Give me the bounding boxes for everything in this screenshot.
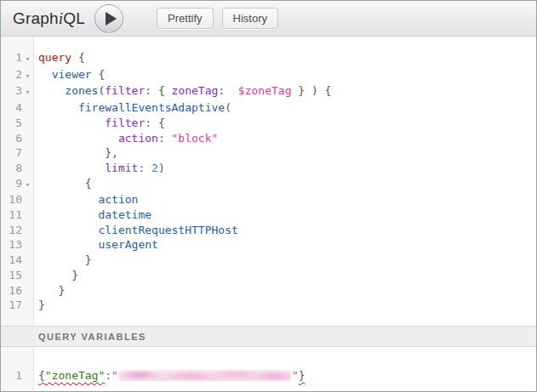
line-number: 6 — [1, 131, 34, 146]
json-open-brace: { — [38, 369, 45, 382]
line-number: 12 — [1, 223, 34, 238]
line-number: 10 — [1, 192, 34, 207]
line-number: 17 — [1, 298, 34, 313]
code-text: { — [34, 176, 92, 193]
code-text: viewer { — [34, 67, 105, 84]
line-number: 16 — [1, 283, 34, 298]
code-text: } — [34, 298, 45, 313]
variables-line-number: 1 — [1, 368, 34, 383]
code-line[interactable]: 4 firewallEventsAdaptive( — [1, 100, 536, 116]
code-line[interactable]: 6 action: "block" — [1, 131, 536, 146]
json-colon: : — [105, 369, 111, 382]
fold-arrow-icon[interactable]: ▾ — [22, 69, 33, 84]
query-editor-lines: 1▾query {2▾ viewer {3▾ zones(filter: { z… — [1, 50, 536, 313]
code-line[interactable]: 16 } — [1, 283, 536, 298]
variables-line: 1 {"zoneTag":""} — [1, 368, 536, 383]
variables-title-bar[interactable]: QUERY VARIABLES — [1, 326, 536, 347]
code-text: } — [34, 283, 65, 298]
json-open-quote: " — [111, 369, 118, 382]
line-number: 4 — [1, 100, 34, 116]
code-line[interactable]: 11 datetime — [1, 207, 536, 223]
line-number: 5 — [1, 116, 34, 131]
line-number: 15 — [1, 268, 34, 283]
line-number: 7 — [1, 145, 34, 161]
code-line[interactable]: 5 filter: { — [1, 116, 536, 131]
code-line[interactable]: 10 action — [1, 192, 536, 207]
fold-arrow-icon[interactable]: ▾ — [22, 85, 33, 100]
line-number: 1▾ — [1, 50, 34, 67]
redacted-zone-tag-value — [119, 370, 291, 381]
code-line[interactable]: 9▾ { — [1, 176, 536, 193]
line-number: 3▾ — [1, 83, 34, 100]
code-line[interactable]: 1▾query { — [1, 50, 536, 67]
code-line[interactable]: 17} — [1, 298, 536, 313]
code-line[interactable]: 7 }, — [1, 145, 536, 161]
logo-text-pre: Graph — [13, 9, 59, 27]
code-line[interactable]: 13 userAgent — [1, 237, 536, 253]
code-text: userAgent — [34, 237, 158, 253]
code-line[interactable]: 12 clientRequestHTTPHost — [1, 223, 536, 238]
code-line[interactable]: 8 limit: 2) — [1, 161, 536, 176]
line-number: 8 — [1, 161, 34, 176]
line-number: 13 — [1, 237, 34, 253]
code-text: action — [34, 192, 138, 207]
query-editor[interactable]: 1▾query {2▾ viewer {3▾ zones(filter: { z… — [1, 37, 536, 326]
history-button[interactable]: History — [222, 8, 278, 29]
json-key-zonetag: "zoneTag" — [45, 369, 105, 382]
line-number: 2▾ — [1, 67, 34, 84]
json-close-quote: " — [292, 369, 299, 382]
code-text: } — [34, 268, 78, 283]
code-line[interactable]: 15 } — [1, 268, 536, 283]
code-line[interactable]: 14 } — [1, 253, 536, 268]
graphiql-logo: GraphiQL — [13, 9, 85, 28]
code-line[interactable]: 2▾ viewer { — [1, 67, 536, 84]
fold-arrow-icon[interactable]: ▾ — [22, 52, 33, 67]
code-text: filter: { — [34, 116, 165, 131]
code-text: clientRequestHTTPHost — [34, 223, 238, 238]
line-number: 14 — [1, 253, 34, 268]
code-line[interactable]: 3▾ zones(filter: { zoneTag: $zoneTag } )… — [1, 83, 536, 100]
graphiql-window: GraphiQL Prettify History 1▾query {2▾ vi… — [0, 0, 537, 392]
variables-title-label: QUERY VARIABLES — [38, 332, 146, 342]
code-text: }, — [34, 145, 118, 161]
logo-text-post: QL — [63, 9, 85, 27]
execute-query-button[interactable] — [94, 4, 123, 33]
json-close-brace: } — [299, 369, 306, 382]
play-icon — [106, 12, 117, 26]
top-bar: GraphiQL Prettify History — [1, 1, 536, 37]
code-text: query { — [34, 50, 85, 67]
line-number: 9▾ — [1, 176, 34, 193]
line-number: 11 — [1, 207, 34, 223]
code-text: } — [34, 253, 92, 268]
code-text: limit: 2) — [34, 161, 165, 176]
code-text: datetime — [34, 207, 151, 223]
code-text: firewallEventsAdaptive( — [34, 100, 231, 116]
prettify-button[interactable]: Prettify — [157, 8, 213, 29]
fold-arrow-icon[interactable]: ▾ — [22, 178, 33, 193]
variables-editor[interactable]: 1 {"zoneTag":""} — [1, 347, 536, 391]
code-text: zones(filter: { zoneTag: $zoneTag } ) { — [34, 83, 331, 100]
code-text: action: "block" — [34, 131, 218, 146]
